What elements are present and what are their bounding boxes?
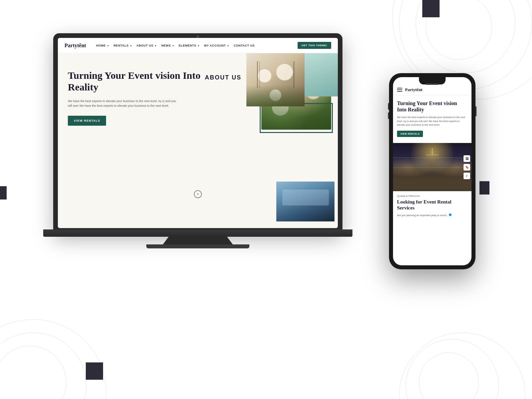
phone-frame: Partytênt Turning Your Event vision Into… (389, 73, 475, 269)
phone-hero-description: We have the best experts to elevate your… (397, 115, 467, 127)
phone-speaker (426, 83, 439, 85)
phone-section-label: Quality & Efficience (393, 191, 471, 199)
laptop-logo: Partytênt (65, 43, 86, 49)
nav-about[interactable]: ABOUT US ▾ (136, 44, 157, 47)
phone-icon-image[interactable]: 🖼 (464, 155, 470, 162)
phone-hero-button[interactable]: VIEW RENTALS (397, 131, 423, 137)
deco-ring-br-3 (399, 332, 525, 399)
laptop-screen: Partytênt HOME ▾ RENTALS ▾ ABOUT US ▾ NE… (58, 38, 338, 228)
hero-view-rentals-button[interactable]: VIEW RENTALS (68, 116, 106, 126)
laptop-stand (163, 235, 233, 244)
phone-power-button (475, 106, 476, 116)
deco-square-right (479, 181, 489, 195)
hero-content: Turning Your Event vision Into Reality W… (58, 53, 212, 228)
deco-ring-bl-3 (0, 319, 106, 399)
deco-square-top (422, 0, 440, 17)
nav-contact[interactable]: CONTACT US (234, 44, 255, 47)
deco-square-bottom-left (86, 362, 103, 380)
deco-square-left (0, 186, 7, 200)
laptop-device: Partytênt HOME ▾ RENTALS ▾ ABOUT US ▾ NE… (53, 33, 352, 249)
nav-account[interactable]: MY ACCOUNT ▾ (204, 44, 229, 47)
phone-notch (419, 77, 446, 84)
phone-device: Partytênt Turning Your Event vision Into… (389, 73, 475, 269)
laptop-camera (197, 35, 199, 38)
phone-hero: Turning Your Event vision Into Reality W… (393, 95, 471, 140)
laptop-foot (146, 244, 249, 248)
phone-screen: Partytênt Turning Your Event vision Into… (393, 77, 471, 265)
phone-side-icons: 🖼 🔖 ✓ (464, 155, 470, 179)
nav-elements[interactable]: ELEMENTS ▾ (179, 44, 200, 47)
nav-news[interactable]: NEWS ▾ (161, 44, 174, 47)
phone-icon-bookmark[interactable]: 🔖 (464, 164, 470, 171)
phone-vol-up-button (388, 103, 389, 110)
about-us-label: ABOUT US (205, 74, 241, 81)
nav-items: HOME ▾ RENTALS ▾ ABOUT US ▾ NEWS ▾ ELEME… (96, 44, 298, 47)
phone-tent-image: 🖼 🔖 ✓ (393, 143, 471, 191)
hero-image-banquet (276, 182, 334, 221)
phone-content: Partytênt Turning Your Event vision Into… (393, 77, 471, 265)
phone-vol-down-button (388, 112, 389, 119)
phone-hero-title: Turning Your Event vision Into Reality (397, 100, 467, 113)
laptop-hero: Turning Your Event vision Into Reality W… (58, 53, 338, 228)
hamburger-icon[interactable] (397, 88, 402, 92)
nav-cta-button[interactable]: GET THIS THEME! (298, 42, 331, 49)
hero-image-plates (246, 53, 305, 106)
laptop-frame: Partytênt HOME ▾ RENTALS ▾ ABOUT US ▾ NE… (53, 33, 342, 233)
phone-logo: Partytênt (405, 87, 423, 92)
phone-header: Partytênt (393, 84, 471, 95)
phone-section-description: Are you planning an important party or e… (393, 213, 471, 217)
hero-image-border (260, 103, 333, 133)
hero-description: We have the best experts to elevate your… (68, 99, 181, 108)
hero-dot-indicator (194, 190, 202, 198)
phone-blue-dot (449, 213, 452, 216)
phone-tent-lights-overlay (393, 143, 471, 191)
phone-section-title: Looking for Event Rental Services (393, 199, 471, 213)
site-nav: Partytênt HOME ▾ RENTALS ▾ ABOUT US ▾ NE… (58, 38, 338, 53)
nav-rentals[interactable]: RENTALS ▾ (113, 44, 132, 47)
hero-title: Turning Your Event vision Into Reality (68, 70, 202, 93)
phone-icon-check[interactable]: ✓ (464, 173, 470, 179)
nav-home[interactable]: HOME ▾ (96, 44, 109, 47)
